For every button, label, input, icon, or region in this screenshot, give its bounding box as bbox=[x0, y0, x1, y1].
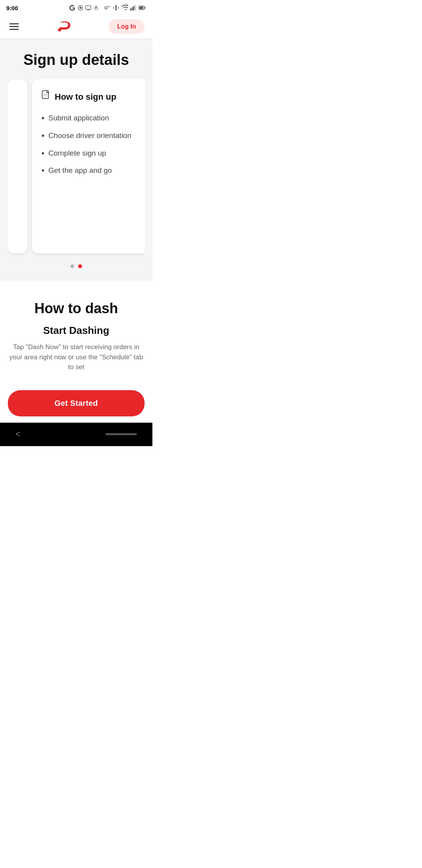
step-4-text: Get the app and go bbox=[48, 165, 112, 176]
svg-rect-9 bbox=[139, 7, 143, 9]
how-to-dash-title: How to dash bbox=[8, 300, 145, 317]
list-item: Complete sign up bbox=[41, 148, 144, 160]
card-partial-left bbox=[8, 79, 27, 253]
vibrate-icon bbox=[113, 4, 120, 11]
list-item: Get the app and go bbox=[41, 165, 144, 177]
key-icon bbox=[104, 4, 111, 11]
hamburger-line-2 bbox=[9, 26, 19, 27]
screen-icon bbox=[85, 5, 91, 11]
start-dashing-subtitle: Start Dashing bbox=[8, 325, 145, 337]
hamburger-line-1 bbox=[9, 23, 19, 24]
svg-rect-5 bbox=[132, 7, 133, 11]
back-button[interactable]: < bbox=[16, 430, 20, 439]
card-carousel[interactable]: How to sign up Submit application Choose… bbox=[8, 79, 145, 256]
hamburger-line-3 bbox=[9, 29, 19, 30]
flame-icon bbox=[93, 5, 99, 11]
signal-icon bbox=[130, 4, 137, 11]
navbar: Log In bbox=[0, 14, 152, 39]
doordash-logo[interactable] bbox=[55, 19, 74, 34]
bottom-nav-bar: < bbox=[0, 423, 152, 446]
google-icon bbox=[69, 4, 76, 11]
pagination-dot-1[interactable] bbox=[70, 264, 74, 268]
home-pill[interactable] bbox=[106, 433, 137, 435]
how-to-dash-section: How to dash Start Dashing Tap "Dash Now"… bbox=[0, 281, 152, 384]
wifi-icon bbox=[121, 4, 128, 11]
status-bar: 9:00 bbox=[0, 0, 152, 14]
status-time: 9:00 bbox=[6, 5, 18, 11]
get-started-button[interactable]: Get Started bbox=[8, 390, 145, 416]
svg-rect-6 bbox=[133, 6, 134, 11]
battery-icon bbox=[138, 4, 146, 11]
svg-point-10 bbox=[58, 28, 61, 31]
svg-point-1 bbox=[79, 7, 81, 9]
list-item: Submit application bbox=[41, 113, 144, 124]
document-icon bbox=[41, 90, 51, 104]
hero-section: Sign up details How to sign up S bbox=[0, 39, 152, 281]
hero-title: Sign up details bbox=[8, 52, 145, 68]
svg-rect-4 bbox=[130, 9, 131, 11]
step-2-text: Choose driver orientation bbox=[48, 131, 131, 141]
svg-rect-11 bbox=[42, 91, 48, 99]
doc-svg bbox=[41, 90, 51, 101]
pagination-dots bbox=[8, 264, 145, 271]
step-1-text: Submit application bbox=[48, 113, 109, 124]
doordash-logo-svg bbox=[55, 19, 74, 34]
circle-icon bbox=[77, 5, 84, 11]
hamburger-menu[interactable] bbox=[8, 22, 20, 31]
card-steps-list: Submit application Choose driver orienta… bbox=[41, 113, 144, 177]
list-item: Choose driver orientation bbox=[41, 131, 144, 142]
step-3-text: Complete sign up bbox=[48, 148, 106, 159]
status-icons bbox=[69, 4, 146, 11]
how-to-dash-description: Tap "Dash Now" to start receiving orders… bbox=[8, 342, 145, 372]
svg-rect-2 bbox=[86, 6, 91, 9]
pagination-dot-2[interactable] bbox=[78, 264, 82, 268]
login-button[interactable]: Log In bbox=[109, 19, 145, 34]
card-header: How to sign up bbox=[41, 90, 144, 104]
card-title: How to sign up bbox=[55, 92, 116, 102]
card-main: How to sign up Submit application Choose… bbox=[32, 79, 145, 253]
svg-rect-7 bbox=[135, 5, 136, 11]
cta-container: Get Started bbox=[0, 384, 152, 423]
